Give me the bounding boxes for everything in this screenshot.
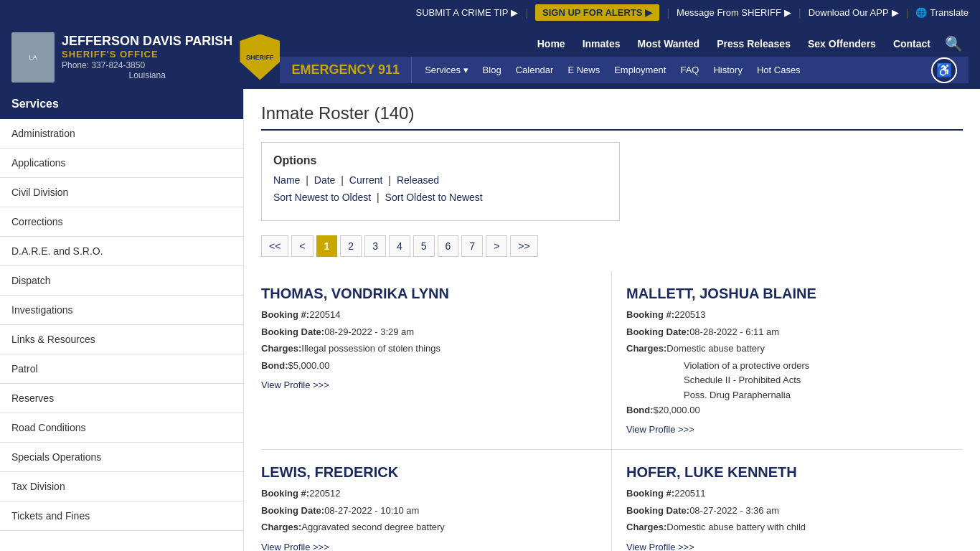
sidebar-item-specials-operations[interactable]: Specials Operations	[0, 443, 243, 472]
message-sheriff-link[interactable]: Message From SHERIFF ▶	[677, 7, 791, 18]
sidebar-item-administration[interactable]: Administration	[0, 119, 243, 149]
inmate-charges-3: Charges:Aggravated second degree battery	[261, 520, 597, 534]
booking-date-label-2: Booking Date:	[626, 326, 689, 337]
nav-sex-offenders[interactable]: Sex Offenders	[799, 31, 885, 57]
message-sheriff-text: Message From SHERIFF	[677, 7, 781, 18]
sidebar-link-civil-division[interactable]: Civil Division	[0, 178, 243, 207]
nav-most-wanted[interactable]: Most Wanted	[629, 31, 709, 57]
sidebar-link-administration[interactable]: Administration	[0, 119, 243, 148]
nav-home[interactable]: Home	[529, 31, 574, 57]
inmate-card-3: LEWIS, FREDERICK Booking #:220512 Bookin…	[261, 450, 612, 551]
sidebar-item-tickets-fines[interactable]: Tickets and Fines	[0, 501, 243, 531]
filter-released-link[interactable]: Released	[397, 174, 439, 186]
nav-history[interactable]: History	[706, 59, 749, 81]
charges-label-2: Charges:	[626, 343, 666, 354]
sidebar-item-civil-division[interactable]: Civil Division	[0, 178, 243, 207]
sidebar-link-road-conditions[interactable]: Road Conditions	[0, 413, 243, 442]
accessibility-button[interactable]: ♿	[931, 57, 957, 83]
pagination: << < 1 2 3 4 5 6 7 > >>	[261, 235, 963, 257]
sidebar-link-reserves[interactable]: Reserves	[0, 384, 243, 413]
sidebar-item-dare-sro[interactable]: D.A.R.E. and S.R.O.	[0, 237, 243, 266]
page-4[interactable]: 4	[389, 235, 410, 257]
view-profile-2[interactable]: View Profile >>>	[626, 424, 694, 435]
nav-blog[interactable]: Blog	[476, 59, 509, 81]
inmate-booking-date-2: Booking Date:08-28-2022 - 6:11 am	[626, 325, 948, 339]
logo-section: LA JEFFERSON DAVIS PARISH SHERIFF'S OFFI…	[11, 32, 280, 83]
search-button[interactable]: 🔍	[939, 35, 969, 52]
nav-calendar[interactable]: Calendar	[509, 59, 561, 81]
sidebar-link-dare-sro[interactable]: D.A.R.E. and S.R.O.	[0, 237, 243, 265]
inmate-charges-1: Charges:Illegal possession of stolen thi…	[261, 342, 597, 356]
sidebar-item-patrol[interactable]: Patrol	[0, 354, 243, 384]
nav-enews[interactable]: E News	[560, 59, 607, 81]
booking-num-label-2: Booking #:	[626, 309, 674, 320]
page-1[interactable]: 1	[316, 235, 338, 257]
sidebar-link-tickets-fines[interactable]: Tickets and Fines	[0, 501, 243, 530]
sort-newest-link[interactable]: Sort Newest to Oldest	[273, 192, 371, 203]
charges-val-4: Domestic abuse battery with child	[666, 522, 806, 532]
charge-extra-2-1: Schedule II - Prohibited Acts	[684, 373, 948, 388]
arrow-icon-3: ▶	[784, 7, 791, 18]
nav-hot-cases[interactable]: Hot Cases	[750, 59, 808, 81]
sort-oldest-link[interactable]: Sort Oldest to Newest	[385, 192, 483, 203]
page-last[interactable]: >>	[510, 235, 537, 257]
sep-f3: |	[388, 174, 394, 186]
nav-services[interactable]: Services ▾	[418, 59, 475, 81]
nav-contact[interactable]: Contact	[885, 31, 939, 57]
nav-press-releases[interactable]: Press Releases	[708, 31, 799, 57]
sidebar-item-applications[interactable]: Applications	[0, 149, 243, 178]
sign-up-alerts-link[interactable]: SIGN UP FOR ALERTS ▶	[535, 4, 659, 21]
charges-label-3: Charges:	[261, 522, 301, 532]
page-prev[interactable]: <	[291, 235, 313, 257]
view-profile-3[interactable]: View Profile >>>	[261, 542, 329, 551]
translate-link[interactable]: 🌐 Translate	[915, 7, 969, 18]
sidebar-item-investigations[interactable]: Investigations	[0, 296, 243, 325]
sidebar-link-corrections[interactable]: Corrections	[0, 207, 243, 236]
view-profile-1[interactable]: View Profile >>>	[261, 380, 329, 390]
inmate-name-4[interactable]: HOFER, LUKE KENNETH	[626, 464, 948, 481]
sidebar-link-links-resources[interactable]: Links & Resources	[0, 325, 243, 354]
page-2[interactable]: 2	[340, 235, 362, 257]
sidebar-link-tax-division[interactable]: Tax Division	[0, 472, 243, 501]
filter-name-link[interactable]: Name	[273, 174, 300, 186]
nav-faq[interactable]: FAQ	[673, 59, 706, 81]
booking-num-val-1: 220514	[309, 309, 340, 320]
sidebar-item-tax-division[interactable]: Tax Division	[0, 472, 243, 501]
sidebar-link-applications[interactable]: Applications	[0, 149, 243, 177]
nav-inmates[interactable]: Inmates	[574, 31, 629, 57]
booking-num-val-4: 220511	[674, 488, 705, 499]
inmate-name-3[interactable]: LEWIS, FREDERICK	[261, 464, 597, 481]
sidebar-item-reserves[interactable]: Reserves	[0, 384, 243, 413]
page-next[interactable]: >	[486, 235, 507, 257]
booking-date-label-4: Booking Date:	[626, 505, 689, 516]
sidebar-link-patrol[interactable]: Patrol	[0, 354, 243, 383]
page-5[interactable]: 5	[413, 235, 435, 257]
sep-f2: |	[341, 174, 347, 186]
page-6[interactable]: 6	[438, 235, 459, 257]
booking-num-label-1: Booking #:	[261, 309, 309, 320]
sidebar-item-corrections[interactable]: Corrections	[0, 207, 243, 237]
submit-crime-tip-link[interactable]: SUBMIT A CRIME TIP ▶	[416, 7, 519, 18]
download-app-link[interactable]: Download Our APP ▶	[809, 7, 899, 18]
sidebar-item-links-resources[interactable]: Links & Resources	[0, 325, 243, 354]
inmate-card-4: HOFER, LUKE KENNETH Booking #:220511 Boo…	[612, 450, 963, 551]
inmate-name-1[interactable]: THOMAS, VONDRIKA LYNN	[261, 286, 597, 302]
filter-current-link[interactable]: Current	[349, 174, 383, 186]
sidebar-item-dispatch[interactable]: Dispatch	[0, 266, 243, 296]
page-3[interactable]: 3	[364, 235, 386, 257]
sign-up-alerts-text: SIGN UP FOR ALERTS	[542, 7, 642, 18]
filter-date-link[interactable]: Date	[314, 174, 336, 186]
page-first[interactable]: <<	[261, 235, 288, 257]
sidebar-link-specials-operations[interactable]: Specials Operations	[0, 443, 243, 471]
page-7[interactable]: 7	[461, 235, 483, 257]
sidebar-link-investigations[interactable]: Investigations	[0, 296, 243, 324]
inmate-name-2[interactable]: MALLETT, JOSHUA BLAINE	[626, 286, 948, 302]
charges-val-3: Aggravated second degree battery	[301, 522, 444, 532]
booking-num-label-3: Booking #:	[261, 488, 309, 499]
view-profile-4[interactable]: View Profile >>>	[626, 542, 694, 551]
main-content: Inmate Roster (140) Options Name | Date …	[244, 89, 980, 551]
sidebar-link-dispatch[interactable]: Dispatch	[0, 266, 243, 295]
nav-employment[interactable]: Employment	[607, 59, 673, 81]
sheriff-shield-icon: SHERIFF	[240, 34, 280, 80]
sidebar-item-road-conditions[interactable]: Road Conditions	[0, 413, 243, 443]
